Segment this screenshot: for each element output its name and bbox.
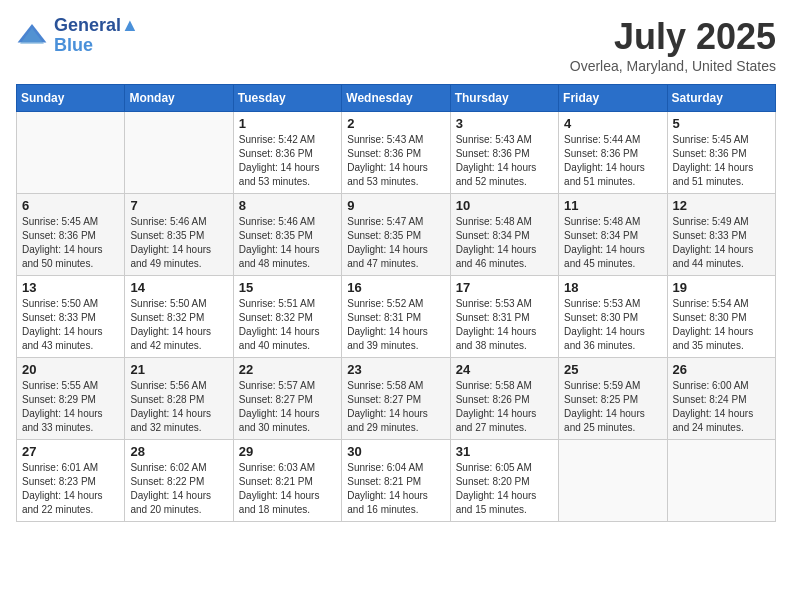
day-info: Sunrise: 5:50 AM Sunset: 8:32 PM Dayligh… xyxy=(130,297,227,353)
calendar-cell: 28Sunrise: 6:02 AM Sunset: 8:22 PM Dayli… xyxy=(125,440,233,522)
location: Overlea, Maryland, United States xyxy=(570,58,776,74)
calendar-cell: 3Sunrise: 5:43 AM Sunset: 8:36 PM Daylig… xyxy=(450,112,558,194)
calendar-cell: 25Sunrise: 5:59 AM Sunset: 8:25 PM Dayli… xyxy=(559,358,667,440)
weekday-header-tuesday: Tuesday xyxy=(233,85,341,112)
day-number: 22 xyxy=(239,362,336,377)
day-number: 12 xyxy=(673,198,770,213)
day-info: Sunrise: 5:43 AM Sunset: 8:36 PM Dayligh… xyxy=(347,133,444,189)
logo: General▲ Blue xyxy=(16,16,139,56)
day-number: 11 xyxy=(564,198,661,213)
calendar-cell: 5Sunrise: 5:45 AM Sunset: 8:36 PM Daylig… xyxy=(667,112,775,194)
day-number: 7 xyxy=(130,198,227,213)
calendar-cell xyxy=(125,112,233,194)
day-info: Sunrise: 5:47 AM Sunset: 8:35 PM Dayligh… xyxy=(347,215,444,271)
logo-text: General▲ Blue xyxy=(54,16,139,56)
day-number: 1 xyxy=(239,116,336,131)
weekday-header-row: SundayMondayTuesdayWednesdayThursdayFrid… xyxy=(17,85,776,112)
calendar-week-row: 6Sunrise: 5:45 AM Sunset: 8:36 PM Daylig… xyxy=(17,194,776,276)
day-info: Sunrise: 5:54 AM Sunset: 8:30 PM Dayligh… xyxy=(673,297,770,353)
day-number: 13 xyxy=(22,280,119,295)
calendar-cell: 16Sunrise: 5:52 AM Sunset: 8:31 PM Dayli… xyxy=(342,276,450,358)
calendar-cell: 26Sunrise: 6:00 AM Sunset: 8:24 PM Dayli… xyxy=(667,358,775,440)
calendar-week-row: 27Sunrise: 6:01 AM Sunset: 8:23 PM Dayli… xyxy=(17,440,776,522)
calendar-cell: 19Sunrise: 5:54 AM Sunset: 8:30 PM Dayli… xyxy=(667,276,775,358)
day-info: Sunrise: 6:02 AM Sunset: 8:22 PM Dayligh… xyxy=(130,461,227,517)
calendar-cell: 7Sunrise: 5:46 AM Sunset: 8:35 PM Daylig… xyxy=(125,194,233,276)
calendar-cell: 12Sunrise: 5:49 AM Sunset: 8:33 PM Dayli… xyxy=(667,194,775,276)
calendar-cell: 9Sunrise: 5:47 AM Sunset: 8:35 PM Daylig… xyxy=(342,194,450,276)
weekday-header-thursday: Thursday xyxy=(450,85,558,112)
day-number: 26 xyxy=(673,362,770,377)
day-info: Sunrise: 5:50 AM Sunset: 8:33 PM Dayligh… xyxy=(22,297,119,353)
day-number: 20 xyxy=(22,362,119,377)
logo-icon xyxy=(16,20,48,52)
day-number: 9 xyxy=(347,198,444,213)
weekday-header-friday: Friday xyxy=(559,85,667,112)
day-number: 30 xyxy=(347,444,444,459)
calendar-cell: 31Sunrise: 6:05 AM Sunset: 8:20 PM Dayli… xyxy=(450,440,558,522)
day-number: 18 xyxy=(564,280,661,295)
calendar-cell: 27Sunrise: 6:01 AM Sunset: 8:23 PM Dayli… xyxy=(17,440,125,522)
weekday-header-monday: Monday xyxy=(125,85,233,112)
day-info: Sunrise: 5:45 AM Sunset: 8:36 PM Dayligh… xyxy=(673,133,770,189)
day-info: Sunrise: 5:48 AM Sunset: 8:34 PM Dayligh… xyxy=(564,215,661,271)
day-info: Sunrise: 5:46 AM Sunset: 8:35 PM Dayligh… xyxy=(239,215,336,271)
day-info: Sunrise: 5:58 AM Sunset: 8:27 PM Dayligh… xyxy=(347,379,444,435)
day-info: Sunrise: 5:59 AM Sunset: 8:25 PM Dayligh… xyxy=(564,379,661,435)
day-number: 6 xyxy=(22,198,119,213)
calendar-cell: 11Sunrise: 5:48 AM Sunset: 8:34 PM Dayli… xyxy=(559,194,667,276)
day-number: 24 xyxy=(456,362,553,377)
day-number: 14 xyxy=(130,280,227,295)
calendar-week-row: 13Sunrise: 5:50 AM Sunset: 8:33 PM Dayli… xyxy=(17,276,776,358)
calendar-cell xyxy=(17,112,125,194)
day-info: Sunrise: 5:56 AM Sunset: 8:28 PM Dayligh… xyxy=(130,379,227,435)
calendar-cell: 2Sunrise: 5:43 AM Sunset: 8:36 PM Daylig… xyxy=(342,112,450,194)
day-info: Sunrise: 5:53 AM Sunset: 8:30 PM Dayligh… xyxy=(564,297,661,353)
day-number: 3 xyxy=(456,116,553,131)
page-header: General▲ Blue July 2025 Overlea, Marylan… xyxy=(16,16,776,74)
day-number: 10 xyxy=(456,198,553,213)
day-number: 5 xyxy=(673,116,770,131)
day-info: Sunrise: 5:51 AM Sunset: 8:32 PM Dayligh… xyxy=(239,297,336,353)
day-number: 2 xyxy=(347,116,444,131)
calendar-cell xyxy=(667,440,775,522)
day-number: 23 xyxy=(347,362,444,377)
calendar-cell: 29Sunrise: 6:03 AM Sunset: 8:21 PM Dayli… xyxy=(233,440,341,522)
day-number: 16 xyxy=(347,280,444,295)
calendar-cell xyxy=(559,440,667,522)
day-info: Sunrise: 5:49 AM Sunset: 8:33 PM Dayligh… xyxy=(673,215,770,271)
day-number: 31 xyxy=(456,444,553,459)
day-info: Sunrise: 5:43 AM Sunset: 8:36 PM Dayligh… xyxy=(456,133,553,189)
day-number: 21 xyxy=(130,362,227,377)
calendar-cell: 24Sunrise: 5:58 AM Sunset: 8:26 PM Dayli… xyxy=(450,358,558,440)
day-info: Sunrise: 5:45 AM Sunset: 8:36 PM Dayligh… xyxy=(22,215,119,271)
day-number: 15 xyxy=(239,280,336,295)
calendar-table: SundayMondayTuesdayWednesdayThursdayFrid… xyxy=(16,84,776,522)
day-info: Sunrise: 5:53 AM Sunset: 8:31 PM Dayligh… xyxy=(456,297,553,353)
day-number: 28 xyxy=(130,444,227,459)
day-number: 29 xyxy=(239,444,336,459)
day-info: Sunrise: 5:42 AM Sunset: 8:36 PM Dayligh… xyxy=(239,133,336,189)
calendar-cell: 15Sunrise: 5:51 AM Sunset: 8:32 PM Dayli… xyxy=(233,276,341,358)
calendar-cell: 22Sunrise: 5:57 AM Sunset: 8:27 PM Dayli… xyxy=(233,358,341,440)
title-block: July 2025 Overlea, Maryland, United Stat… xyxy=(570,16,776,74)
day-info: Sunrise: 5:55 AM Sunset: 8:29 PM Dayligh… xyxy=(22,379,119,435)
day-info: Sunrise: 5:46 AM Sunset: 8:35 PM Dayligh… xyxy=(130,215,227,271)
calendar-cell: 1Sunrise: 5:42 AM Sunset: 8:36 PM Daylig… xyxy=(233,112,341,194)
day-number: 25 xyxy=(564,362,661,377)
day-number: 17 xyxy=(456,280,553,295)
calendar-cell: 13Sunrise: 5:50 AM Sunset: 8:33 PM Dayli… xyxy=(17,276,125,358)
day-info: Sunrise: 6:03 AM Sunset: 8:21 PM Dayligh… xyxy=(239,461,336,517)
day-info: Sunrise: 5:57 AM Sunset: 8:27 PM Dayligh… xyxy=(239,379,336,435)
calendar-week-row: 20Sunrise: 5:55 AM Sunset: 8:29 PM Dayli… xyxy=(17,358,776,440)
day-info: Sunrise: 6:04 AM Sunset: 8:21 PM Dayligh… xyxy=(347,461,444,517)
day-number: 4 xyxy=(564,116,661,131)
day-info: Sunrise: 5:52 AM Sunset: 8:31 PM Dayligh… xyxy=(347,297,444,353)
calendar-cell: 17Sunrise: 5:53 AM Sunset: 8:31 PM Dayli… xyxy=(450,276,558,358)
day-number: 19 xyxy=(673,280,770,295)
calendar-week-row: 1Sunrise: 5:42 AM Sunset: 8:36 PM Daylig… xyxy=(17,112,776,194)
calendar-cell: 6Sunrise: 5:45 AM Sunset: 8:36 PM Daylig… xyxy=(17,194,125,276)
weekday-header-sunday: Sunday xyxy=(17,85,125,112)
day-info: Sunrise: 6:01 AM Sunset: 8:23 PM Dayligh… xyxy=(22,461,119,517)
day-info: Sunrise: 5:44 AM Sunset: 8:36 PM Dayligh… xyxy=(564,133,661,189)
